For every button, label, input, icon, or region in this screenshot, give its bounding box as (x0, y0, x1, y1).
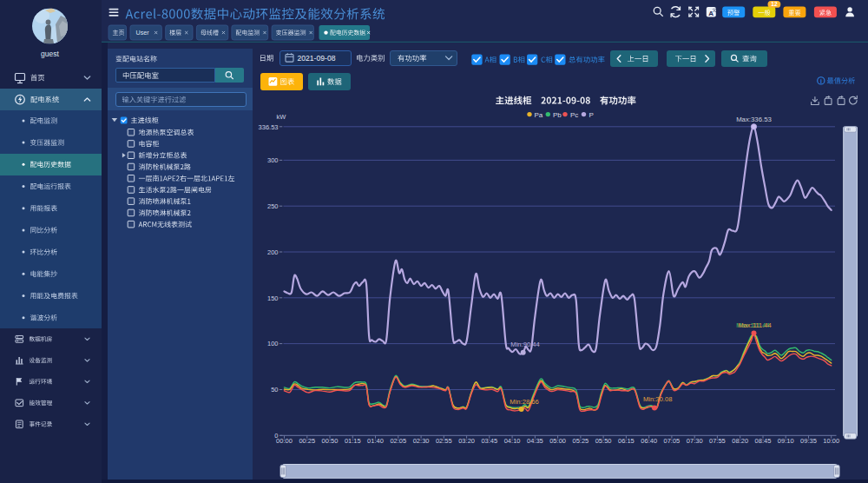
svg-text:09:10: 09:10 (778, 437, 794, 445)
svg-text:10:00: 10:00 (823, 437, 839, 445)
svg-text:03:20: 03:20 (458, 437, 475, 445)
svg-text:i: i (820, 78, 822, 84)
svg-text:200: 200 (267, 248, 279, 256)
svg-text:09:35: 09:35 (800, 437, 817, 445)
svg-text:2021-09-08: 2021-09-08 (298, 54, 336, 63)
svg-text:guest: guest (41, 50, 59, 58)
svg-text:Min:28.66: Min:28.66 (510, 398, 538, 406)
svg-text:00:00: 00:00 (276, 437, 293, 445)
svg-text:50: 50 (271, 386, 278, 394)
svg-text:05:25: 05:25 (573, 437, 589, 445)
svg-text:06:15: 06:15 (618, 437, 635, 445)
svg-text:07:05: 07:05 (664, 437, 681, 445)
svg-text:02:55: 02:55 (436, 437, 452, 445)
svg-text:01:15: 01:15 (345, 437, 361, 445)
svg-text:00:50: 00:50 (322, 437, 339, 445)
svg-text:04:10: 04:10 (504, 437, 521, 445)
svg-text:05:00: 05:00 (549, 437, 566, 445)
svg-text:336.53: 336.53 (259, 123, 279, 131)
svg-text:P: P (589, 111, 594, 119)
svg-text:Pa: Pa (535, 111, 543, 119)
svg-text:User: User (136, 29, 150, 36)
svg-text:kW: kW (277, 113, 287, 121)
svg-text:12: 12 (771, 1, 778, 7)
svg-text:03:45: 03:45 (481, 437, 497, 445)
svg-text:08:20: 08:20 (732, 437, 748, 445)
svg-text:05:50: 05:50 (595, 437, 612, 445)
svg-text:A: A (708, 10, 713, 17)
svg-text:00:25: 00:25 (299, 437, 315, 445)
svg-text:07:30: 07:30 (687, 437, 703, 445)
svg-text:08:45: 08:45 (755, 437, 772, 445)
svg-text:Pb: Pb (553, 111, 562, 119)
svg-text:150: 150 (267, 294, 279, 302)
svg-text:Max:111.44: Max:111.44 (738, 321, 772, 329)
svg-text:07:55: 07:55 (709, 437, 726, 445)
svg-text:300: 300 (267, 156, 279, 164)
svg-text:Pc: Pc (570, 111, 578, 119)
svg-text:Max:336.53: Max:336.53 (736, 116, 772, 123)
svg-text:04:35: 04:35 (527, 437, 543, 445)
svg-text:Min:90.44: Min:90.44 (510, 341, 539, 348)
svg-text:02:30: 02:30 (413, 437, 430, 445)
svg-text:02:05: 02:05 (390, 437, 406, 445)
svg-text:Min:30.08: Min:30.08 (643, 395, 672, 403)
svg-text:06:40: 06:40 (641, 437, 657, 445)
svg-text:250: 250 (267, 202, 279, 210)
svg-text:01:40: 01:40 (367, 437, 384, 445)
svg-text:100: 100 (267, 340, 279, 347)
